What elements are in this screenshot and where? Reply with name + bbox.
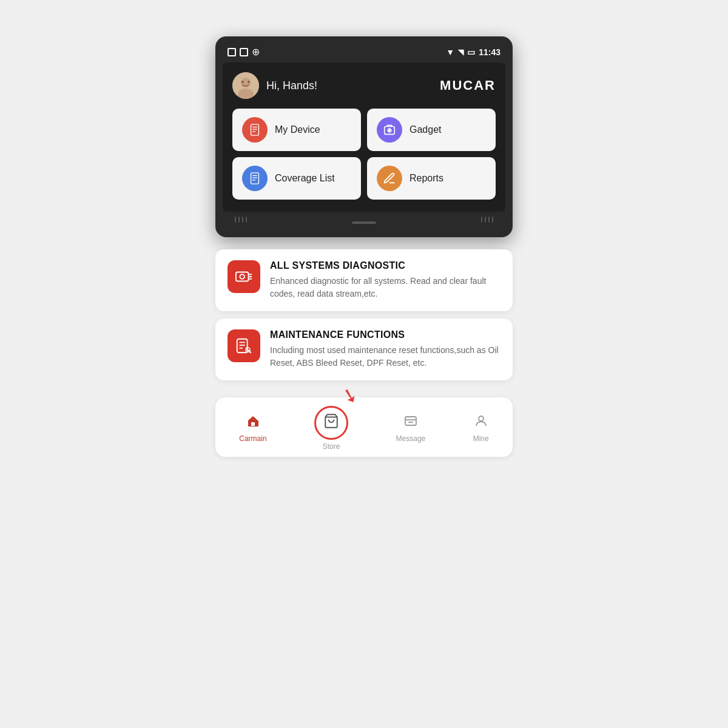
svg-rect-12 (251, 173, 259, 184)
nav-mine[interactable]: Mine (463, 411, 499, 445)
status-left: ⊕ (228, 46, 260, 58)
vent-left (235, 217, 247, 223)
maintenance-card[interactable]: MAINTENANCE FUNCTIONS Including most use… (215, 318, 513, 380)
mine-icon (474, 414, 488, 432)
svg-point-4 (248, 81, 250, 83)
arrow-indicator: ➘ (339, 382, 361, 409)
status-square-1 (228, 48, 236, 56)
maintenance-title: MAINTENANCE FUNCTIONS (270, 329, 500, 340)
maintenance-desc: Including most used maintenance reset fu… (270, 344, 500, 369)
greeting-text: Hi, Hands! (266, 79, 317, 92)
store-label: Store (323, 442, 340, 451)
svg-rect-28 (405, 417, 416, 425)
svg-point-31 (479, 416, 484, 421)
my-device-icon (242, 117, 268, 143)
battery-icon: ▭ (467, 47, 475, 57)
grid-buttons: My Device Gadget (232, 109, 496, 200)
wifi-icon: ▼ (446, 47, 454, 57)
reports-label: Reports (410, 173, 443, 184)
reports-button[interactable]: Reports (367, 157, 496, 200)
gadget-icon (377, 117, 402, 143)
all-systems-card[interactable]: ALL SYSTEMS DIAGNOSTIC Enhanced diagnost… (215, 249, 513, 311)
svg-rect-5 (251, 124, 259, 135)
feature-cards: ALL SYSTEMS DIAGNOSTIC Enhanced diagnost… (215, 249, 513, 380)
carmain-icon (246, 414, 260, 432)
store-icon (323, 413, 339, 433)
user-avatar (232, 72, 259, 99)
coverage-list-icon (242, 166, 268, 191)
time-display: 11:43 (479, 47, 500, 57)
message-label: Message (396, 434, 426, 443)
device-bottom-bar (223, 212, 505, 226)
wechat-icon: ⊕ (252, 46, 260, 58)
status-square-2 (240, 48, 248, 56)
device-shell: ⊕ ▼ ◥ ▭ 11:43 (215, 36, 513, 237)
reports-icon (377, 166, 402, 191)
coverage-list-label: Coverage List (275, 173, 335, 184)
all-systems-title: ALL SYSTEMS DIAGNOSTIC (270, 260, 500, 271)
maintenance-icon (228, 329, 260, 362)
store-circle (314, 406, 348, 440)
svg-point-3 (241, 81, 244, 83)
vent-right (481, 217, 493, 223)
page-container: ⊕ ▼ ◥ ▭ 11:43 (212, 36, 516, 457)
device-header: Hi, Hands! MUCAR (232, 72, 496, 99)
svg-point-17 (240, 274, 244, 279)
gadget-button[interactable]: Gadget (367, 109, 496, 151)
all-systems-text: ALL SYSTEMS DIAGNOSTIC Enhanced diagnost… (270, 260, 500, 300)
brand-logo: MUCAR (440, 78, 496, 93)
svg-rect-26 (251, 422, 255, 426)
carmain-label: Carmain (239, 434, 266, 443)
svg-rect-16 (236, 272, 249, 281)
nav-message[interactable]: Message (386, 411, 436, 445)
my-device-button[interactable]: My Device (232, 109, 361, 151)
device-bottom-indicator (352, 215, 376, 224)
nav-store[interactable]: ➘ Store (305, 403, 358, 453)
coverage-list-button[interactable]: Coverage List (232, 157, 361, 200)
my-device-label: My Device (275, 124, 320, 135)
nav-carmain[interactable]: Carmain (229, 411, 276, 445)
user-info: Hi, Hands! (232, 72, 317, 99)
svg-point-11 (389, 130, 390, 131)
mine-label: Mine (473, 434, 489, 443)
gadget-label: Gadget (410, 124, 441, 135)
device-screen: Hi, Hands! MUCAR My Device (223, 62, 505, 212)
all-systems-icon (228, 260, 260, 293)
message-icon (403, 414, 418, 432)
all-systems-desc: Enhanced diagnostic for all systems. Rea… (270, 275, 500, 300)
maintenance-text: MAINTENANCE FUNCTIONS Including most use… (270, 329, 500, 369)
status-right: ▼ ◥ ▭ 11:43 (446, 47, 500, 57)
signal-icon: ◥ (458, 48, 463, 56)
bottom-nav: Carmain ➘ Store (215, 397, 513, 457)
status-bar: ⊕ ▼ ◥ ▭ 11:43 (223, 44, 505, 62)
